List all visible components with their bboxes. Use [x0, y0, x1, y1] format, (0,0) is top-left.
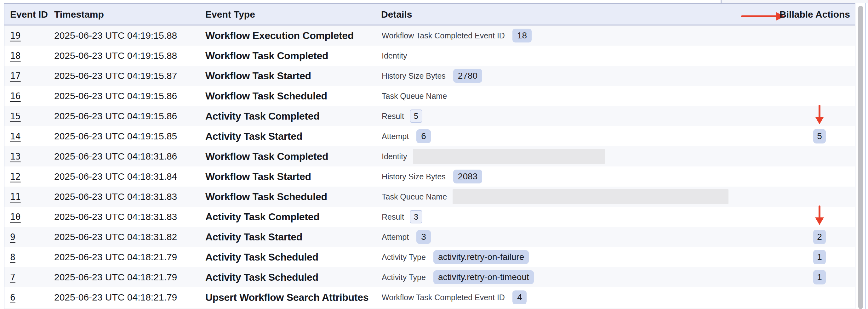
table-row: 11 2025-06-23 UTC 04:18:31.83 Workflow T…: [4, 186, 855, 207]
event-detail: Task Queue Name: [382, 92, 447, 101]
table-row: 12 2025-06-23 UTC 04:18:31.84 Workflow T…: [4, 167, 855, 186]
table-row: 8 2025-06-23 UTC 04:18:21.79 Activity Ta…: [4, 247, 855, 267]
detail-label: Activity Type: [382, 253, 426, 262]
billable-actions-cell: 1: [803, 270, 836, 284]
detail-value-redacted-block: [413, 149, 605, 164]
event-detail: Attempt 6: [382, 129, 431, 143]
red-arrow-down-tail: [818, 205, 820, 218]
event-id-link[interactable]: 8: [10, 252, 16, 263]
event-timestamp: 2025-06-23 UTC 04:18:21.79: [54, 292, 177, 303]
event-timestamp: 2025-06-23 UTC 04:18:31.82: [54, 232, 177, 242]
billable-actions-badge: 1: [813, 270, 826, 284]
detail-label: Attempt: [382, 233, 409, 242]
event-history-screen: Event ID Timestamp Event Type Details Bi…: [0, 0, 868, 309]
detail-value-chip: activity.retry-on-timeout: [433, 270, 534, 284]
detail-label: History Size Bytes: [382, 172, 446, 181]
column-header-timestamp: Timestamp: [54, 9, 104, 20]
event-id-link[interactable]: 15: [10, 111, 21, 122]
event-detail: Task Queue Name: [382, 189, 728, 204]
event-detail: Result 3: [382, 210, 422, 224]
detail-value-chip: activity.retry-on-failure: [433, 250, 529, 264]
table-row: 18 2025-06-23 UTC 04:19:15.88 Workflow T…: [4, 46, 855, 66]
detail-value-chip: 18: [513, 29, 532, 42]
event-id-link[interactable]: 18: [10, 51, 21, 61]
event-timestamp: 2025-06-23 UTC 04:19:15.88: [54, 50, 177, 61]
event-timestamp: 2025-06-23 UTC 04:18:31.86: [54, 151, 177, 162]
event-timestamp: 2025-06-23 UTC 04:19:15.87: [54, 70, 177, 81]
event-type: Workflow Execution Completed: [205, 30, 354, 41]
event-detail: Activity Type activity.retry-on-failure: [382, 250, 529, 264]
table-row: 6 2025-06-23 UTC 04:18:21.79 Upsert Work…: [4, 287, 855, 307]
event-type: Workflow Task Completed: [205, 151, 328, 162]
event-id-link[interactable]: 9: [10, 232, 16, 242]
event-detail: Workflow Task Completed Event ID 18: [382, 29, 532, 42]
red-arrow-down-annotation: [811, 205, 828, 225]
event-type: Activity Task Completed: [205, 110, 319, 122]
event-history-table: Event ID Timestamp Event Type Details Bi…: [4, 3, 856, 309]
event-detail: History Size Bytes 2083: [382, 170, 482, 183]
table-row: 14 2025-06-23 UTC 04:19:15.85 Activity T…: [4, 126, 855, 146]
red-arrow-down-head: [815, 217, 824, 225]
column-header-billable-actions: Billable Actions: [779, 9, 850, 20]
event-type: Workflow Task Scheduled: [205, 191, 327, 203]
event-type: Activity Task Scheduled: [205, 272, 318, 283]
red-arrow-down-head: [815, 117, 824, 124]
event-id-link[interactable]: 14: [10, 131, 21, 142]
event-detail: Result 5: [382, 109, 422, 123]
red-arrow-down-annotation: [811, 105, 828, 124]
event-type: Upsert Workflow Search Attributes: [205, 292, 369, 303]
event-id-link[interactable]: 12: [10, 171, 21, 182]
event-id-link[interactable]: 10: [10, 212, 21, 222]
detail-value-chip: 2083: [453, 170, 482, 183]
detail-value-chip: 2780: [453, 69, 482, 83]
event-id-link[interactable]: 19: [10, 31, 21, 41]
detail-label: Result: [382, 112, 404, 121]
detail-value-outline-chip: 3: [410, 210, 422, 224]
event-type: Activity Task Scheduled: [205, 251, 318, 263]
event-id-link[interactable]: 11: [10, 192, 21, 202]
event-timestamp: 2025-06-23 UTC 04:18:31.84: [54, 171, 177, 182]
event-detail: Activity Type activity.retry-on-timeout: [382, 270, 534, 284]
table-row: 19 2025-06-23 UTC 04:19:15.88 Workflow E…: [4, 26, 855, 46]
event-timestamp: 2025-06-23 UTC 04:18:31.83: [54, 191, 177, 202]
table-row: 15 2025-06-23 UTC 04:19:15.86 Activity T…: [4, 106, 855, 126]
detail-value-chip: 4: [513, 290, 527, 304]
detail-label: Identity: [382, 51, 407, 60]
right-edge-divider: [865, 3, 866, 309]
column-header-event-type: Event Type: [205, 9, 255, 20]
event-id-link[interactable]: 7: [10, 272, 16, 282]
table-row: 7 2025-06-23 UTC 04:18:21.79 Activity Ta…: [4, 267, 855, 287]
event-detail: Identity: [382, 51, 407, 60]
event-type: Activity Task Started: [205, 231, 302, 243]
event-type: Workflow Task Completed: [205, 50, 328, 62]
detail-label: Task Queue Name: [382, 192, 447, 201]
detail-label: Workflow Task Completed Event ID: [382, 31, 505, 40]
event-timestamp: 2025-06-23 UTC 04:19:15.85: [54, 131, 177, 142]
billable-actions-cell: 1: [803, 250, 836, 264]
detail-label: History Size Bytes: [382, 71, 446, 80]
event-detail: Attempt 3: [382, 230, 431, 244]
detail-value-outline-chip: 5: [410, 109, 422, 123]
table-header-row: Event ID Timestamp Event Type Details Bi…: [4, 4, 855, 26]
event-type: Workflow Task Started: [205, 171, 311, 182]
event-timestamp: 2025-06-23 UTC 04:18:21.79: [54, 252, 177, 263]
event-detail: Identity: [382, 149, 605, 164]
detail-value-redacted-block: [453, 189, 728, 204]
billable-actions-cell: 2: [803, 230, 836, 244]
event-id-link[interactable]: 13: [10, 151, 21, 162]
event-timestamp: 2025-06-23 UTC 04:18:31.83: [54, 211, 177, 222]
event-id-link[interactable]: 6: [10, 292, 16, 303]
detail-label: Attempt: [382, 132, 409, 141]
table-row: 17 2025-06-23 UTC 04:19:15.87 Workflow T…: [4, 66, 855, 86]
billable-actions-cell: 5: [803, 129, 836, 143]
billable-actions-badge: 5: [813, 129, 826, 143]
event-type: Activity Task Started: [205, 131, 302, 142]
table-row: 9 2025-06-23 UTC 04:18:31.82 Activity Ta…: [4, 227, 855, 247]
event-id-link[interactable]: 17: [10, 71, 21, 81]
event-detail: Workflow Task Completed Event ID 4: [382, 290, 527, 304]
detail-label: Identity: [382, 152, 407, 161]
vertical-scrollbar[interactable]: [858, 6, 863, 309]
event-type: Activity Task Completed: [205, 211, 319, 223]
event-id-link[interactable]: 16: [10, 91, 21, 101]
event-detail: History Size Bytes 2780: [382, 69, 482, 83]
